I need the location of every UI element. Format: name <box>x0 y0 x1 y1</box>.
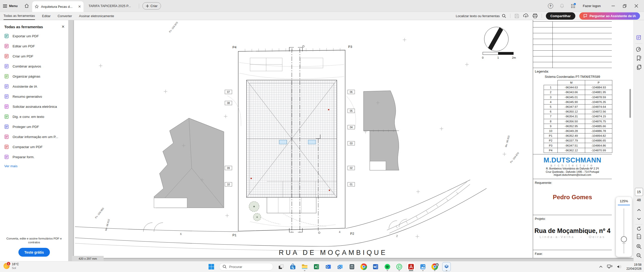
pdf-page: 07 08 09 10 06 05 04 03 02 01 P4 P3 P1 P… <box>74 20 633 258</box>
comments-icon[interactable] <box>636 46 642 52</box>
taskbar-icon-explorer[interactable] <box>301 262 309 271</box>
tab-separator <box>139 4 139 9</box>
close-panel-icon[interactable]: ✕ <box>61 24 65 29</box>
taskbar-icon-store[interactable] <box>289 262 297 271</box>
taskbar-icon-calculator[interactable] <box>348 262 356 271</box>
minimize-button[interactable] <box>607 0 619 12</box>
next-page-icon[interactable] <box>637 218 641 220</box>
zoom-slider-knob[interactable] <box>621 236 627 242</box>
svg-text:09: 09 <box>227 167 230 169</box>
taskbar-icon-outlook-classic[interactable] <box>324 262 332 271</box>
sidebar-item-proteger-um-pdf[interactable]: Proteger um PDF <box>0 122 68 132</box>
free-trial-button[interactable]: Teste grátis <box>18 248 50 257</box>
zoom-level-underline <box>618 205 630 205</box>
menu-assinar[interactable]: Assinar eletronicamente <box>79 12 114 20</box>
close-tab-icon[interactable]: ✕ <box>78 5 81 9</box>
bookmarks-icon[interactable] <box>636 55 641 61</box>
menu-converter[interactable]: Converter <box>58 12 72 20</box>
north-compass <box>484 27 508 51</box>
zoom-in-icon[interactable] <box>636 244 642 249</box>
create-button[interactable]: Criar <box>142 2 161 10</box>
panel-title: Todas as ferramentas <box>4 25 61 29</box>
network-icon[interactable] <box>607 264 613 269</box>
taskbar-icon-spotify[interactable] <box>383 262 391 271</box>
upload-cloud-icon[interactable] <box>523 13 529 18</box>
taskbar-icon-3d-viewer[interactable] <box>442 262 451 271</box>
current-page-input[interactable]: 15 <box>635 188 643 196</box>
sidebar-item-combinar-arquivos[interactable]: Combinar arquivos <box>0 61 68 71</box>
sidebar-item-criar-um-pdf[interactable]: Criar um PDF <box>0 51 68 61</box>
help-icon[interactable]: ? <box>548 3 553 9</box>
star-icon[interactable] <box>35 5 39 9</box>
sidebar-item-exportar-um-pdf[interactable]: Exportar um PDF <box>0 31 68 41</box>
sidebar-item-solicitar-assinatura-eletronica[interactable]: Solicitar assinatura eletrônica <box>0 101 68 112</box>
sidebar-item-organizar-paginas[interactable]: Organizar páginas <box>0 71 68 81</box>
clock[interactable]: 19:58 22/04/2026 <box>626 263 641 271</box>
taskbar-icon-acrobat[interactable] <box>407 262 415 271</box>
zoom-level-button[interactable]: 125% <box>616 197 632 203</box>
menu-button-label: Menu <box>9 4 18 8</box>
sidebar-item-editar-um-pdf[interactable]: Editar um PDF <box>0 41 68 51</box>
sidebar-item-label: Resumo generativo <box>13 95 42 98</box>
vertical-scrollbar[interactable] <box>629 89 631 118</box>
sidebar-item-ocultar-informacao-em-um-p[interactable]: Ocultar informação em um P... <box>0 132 68 142</box>
sidebar-item-label: Organizar páginas <box>13 75 40 78</box>
total-pages: 48 <box>637 198 641 202</box>
taskbar-icon-photos[interactable] <box>419 262 427 271</box>
notifications-bell-icon[interactable] <box>560 4 564 8</box>
search-icon <box>223 265 227 269</box>
right-tool-strip: 15 48 1:1 <box>633 20 644 261</box>
table-row: 5-96347.97-104874.64 <box>544 104 612 109</box>
save-icon[interactable] <box>514 14 519 18</box>
generative-summary-icon[interactable] <box>636 35 642 40</box>
revision-row <box>533 56 612 62</box>
taskbar-icon-outlook-new[interactable] <box>336 262 344 271</box>
sidebar-item-label: Assistente de IA <box>13 85 37 88</box>
taskbar-search[interactable]: Procurar <box>219 263 273 270</box>
document-viewport[interactable]: 07 08 09 10 06 05 04 03 02 01 P4 P3 P1 P… <box>68 20 633 261</box>
weather-widget[interactable]: 1 16°C Sol <box>4 262 19 269</box>
blank-header <box>544 80 558 85</box>
menu-todas-ferramentas[interactable]: Todas as ferramentas <box>4 12 35 20</box>
table-row: 9-96352.95-104885.66 <box>544 124 612 128</box>
svg-text:P2: P2 <box>350 232 354 235</box>
close-window-button[interactable] <box>630 0 642 12</box>
volume-icon[interactable] <box>617 265 622 269</box>
restore-button[interactable] <box>619 0 630 12</box>
previous-page-icon[interactable] <box>637 209 641 211</box>
print-icon[interactable] <box>533 14 538 18</box>
tray-time: 19:58 <box>626 263 641 267</box>
taskbar-icon-taskview[interactable] <box>277 262 285 271</box>
svg-text:2m: 2m <box>512 56 516 59</box>
running-indicator <box>398 270 400 271</box>
apps-grid-icon[interactable] <box>571 4 575 8</box>
actual-size-icon[interactable]: 1:1 <box>636 234 641 239</box>
sidebar-item-assistente-de-ia[interactable]: Assistente de IA <box>0 81 68 91</box>
sidebar-item-resumo-generativo[interactable]: Resumo generativo <box>0 91 68 101</box>
home-button[interactable] <box>24 3 29 8</box>
taskbar-icon-chrome-profile-b[interactable]: B <box>431 262 439 271</box>
page-thumbnails-icon[interactable] <box>636 64 642 70</box>
menu-editar[interactable]: Editar <box>42 12 51 20</box>
taskbar-icon-windows[interactable] <box>207 262 215 271</box>
taskbar-icon-excel[interactable]: X <box>312 262 320 271</box>
menu-button[interactable]: Menu <box>3 0 18 12</box>
share-button[interactable]: Compartilhar <box>546 12 575 20</box>
tab-tarifa[interactable]: TARIFA TAPICERÍA 2025 P... <box>89 0 131 12</box>
taskbar-icon-word[interactable]: W <box>372 262 380 271</box>
ai-assistant-button[interactable]: Perguntar ao Assistente de IA <box>579 12 640 20</box>
taskbar-icon-whatsapp[interactable] <box>395 262 403 271</box>
see-more-link[interactable]: Ver mais <box>0 162 68 170</box>
sidebar-item-compactar-um-pdf[interactable]: Compactar um PDF <box>0 142 68 152</box>
zoom-out-icon[interactable] <box>636 253 642 258</box>
sidebar-item-preparar-form[interactable]: Preparar form. <box>0 152 68 162</box>
rotate-page-icon[interactable] <box>636 226 641 231</box>
tab-arquitetura[interactable]: Arquitetura Pecas d... ✕ <box>32 1 84 12</box>
taskbar-icon-chrome[interactable] <box>360 262 368 271</box>
sign-in-button[interactable]: Fazer logon <box>583 4 601 8</box>
sidebar-item-dig-e-conv-em-texto[interactable]: Dig. e conv. em texto <box>0 112 68 122</box>
sidebar-item-label: Ocultar informação em um P... <box>13 135 58 139</box>
find-tools-search[interactable]: Localizar texto ou ferramentas <box>456 14 506 18</box>
tray-chevron-icon[interactable] <box>599 265 603 268</box>
zoom-slider-track[interactable] <box>624 209 624 253</box>
